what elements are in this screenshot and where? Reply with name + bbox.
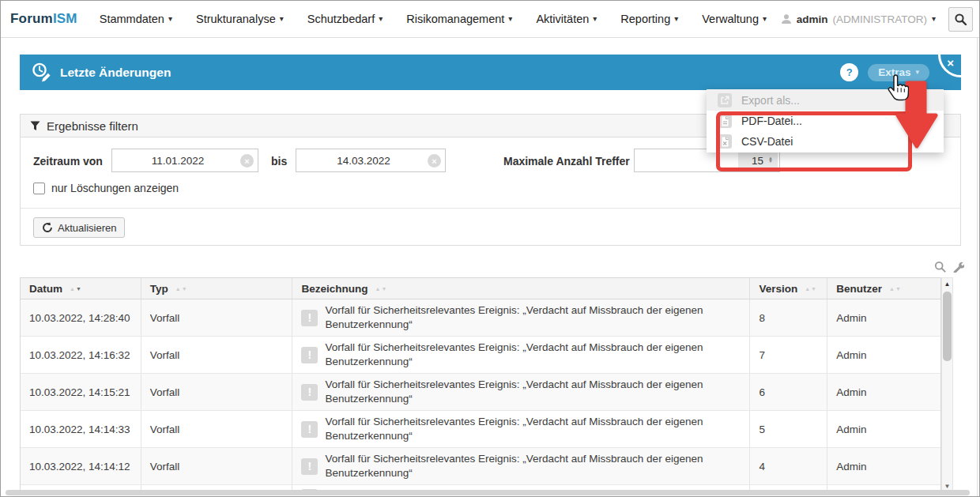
horizontal-scrollbar[interactable] (6, 490, 970, 495)
nav-menu-verwaltung[interactable]: Verwaltung▾ (702, 13, 767, 25)
sort-icons: ▲▼ (175, 286, 187, 292)
cell-version: 5 (750, 411, 827, 447)
help-button[interactable]: ? (840, 63, 858, 81)
table-row[interactable]: 10.03.2022, 14:16:32 Vorfall !Vorfall fü… (21, 337, 940, 374)
menu-item-pdf-datei[interactable]: PDF-Datei... (707, 111, 944, 131)
scrollbar-thumb[interactable] (943, 292, 952, 361)
table: Datum▲▼ Typ▲▼ Bezeichnung▲▼ Version▲▼ Be… (20, 277, 941, 492)
extras-dropdown-menu: Export als... PDF-Datei... CSV-Datei (707, 89, 944, 152)
sort-up-icon: ▲ (70, 286, 75, 292)
table-row[interactable]: 10.03.2022, 14:14:33 Vorfall !Vorfall fü… (21, 411, 940, 448)
main-nav: Stammdaten▾ Strukturanalyse▾ Schutzbedar… (100, 13, 767, 25)
cell-bezeichnung: !Vorfall für Sicherheitsrelevantes Ereig… (292, 411, 750, 447)
cell-datum: 10.03.2022, 14:15:21 (21, 374, 141, 410)
table-header-row: Datum▲▼ Typ▲▼ Bezeichnung▲▼ Version▲▼ Be… (21, 278, 940, 299)
cell-typ: Vorfall (141, 299, 293, 336)
nav-menu-reporting[interactable]: Reporting▾ (620, 13, 678, 25)
last-changes-icon (31, 62, 52, 83)
close-button[interactable]: × (947, 57, 954, 69)
cell-benutzer: Admin (827, 337, 940, 373)
sort-icons: ▲▼ (70, 286, 81, 292)
panel-header: Letzte Änderungen ? Extras▾ × (20, 55, 961, 90)
table-row[interactable]: 10.03.2022, 14:15:21 Vorfall !Vorfall fü… (21, 374, 940, 411)
spinner-down-icon[interactable]: ▼ (768, 160, 773, 164)
cell-typ: Vorfall (141, 448, 293, 484)
user-icon (781, 13, 792, 24)
column-header-benutzer[interactable]: Benutzer▲▼ (827, 278, 940, 299)
clear-icon: × (244, 156, 249, 166)
cell-datum: 10.03.2022, 14:28:40 (21, 299, 141, 336)
chevron-down-icon: ▾ (379, 15, 383, 23)
nav-menu-stammdaten[interactable]: Stammdaten▾ (100, 13, 172, 25)
user-menu[interactable]: admin (ADMINISTRATOR) ▾ (781, 13, 936, 25)
panel-header-actions: ? Extras▾ (840, 63, 929, 81)
nav-menu-aktivitaeten[interactable]: Aktivitäten▾ (536, 13, 597, 25)
clear-date-from-button[interactable]: × (240, 154, 254, 168)
top-navbar: ForumISM Stammdaten▾ Strukturanalyse▾ Sc… (1, 1, 979, 38)
date-to-label: bis (271, 155, 287, 168)
sort-down-icon: ▼ (381, 286, 386, 292)
cell-bezeichnung: !Vorfall für Sicherheitsrelevantes Ereig… (292, 299, 750, 336)
csv-file-icon (718, 134, 732, 149)
chevron-down-icon: ▾ (168, 15, 172, 23)
app-logo[interactable]: ForumISM (10, 11, 77, 27)
cell-version: 7 (750, 337, 827, 373)
cell-datum: 10.03.2022, 14:16:32 (21, 337, 141, 373)
filter-icon (30, 121, 40, 131)
cell-version: 8 (750, 299, 827, 336)
chevron-down-icon: ▾ (674, 15, 678, 23)
chevron-down-icon: ▾ (593, 15, 597, 23)
table-settings-wrench-icon[interactable] (952, 261, 964, 273)
vertical-scrollbar[interactable]: ▲ ▼ (941, 277, 953, 492)
deletions-only-checkbox[interactable] (33, 183, 45, 194)
page-right-divider (977, 38, 978, 496)
deletions-only-checkbox-row: nur Löschungen anzeigen (33, 182, 179, 194)
search-button[interactable] (948, 7, 973, 32)
extras-button[interactable]: Extras▾ (868, 64, 929, 81)
column-header-bezeichnung[interactable]: Bezeichnung▲▼ (292, 278, 750, 299)
cell-benutzer: Admin (827, 374, 940, 410)
nav-menu-risikomanagement[interactable]: Risikomanagement▾ (406, 13, 512, 25)
cell-version: 6 (750, 374, 827, 410)
column-header-version[interactable]: Version▲▼ (750, 278, 827, 299)
max-results-label: Maximale Anzahl Treffer (503, 155, 630, 168)
navbar-right: admin (ADMINISTRATOR) ▾ (781, 7, 973, 32)
table-toolbar (934, 261, 964, 273)
clear-date-to-button[interactable]: × (428, 154, 441, 168)
table-row[interactable]: 10.03.2022, 14:14:12 Vorfall !Vorfall fü… (21, 448, 940, 485)
table-row[interactable]: 10.03.2022, 14:28:40 Vorfall !Vorfall fü… (21, 299, 940, 337)
cell-bezeichnung: !Vorfall für Sicherheitsrelevantes Ereig… (292, 374, 750, 410)
scroll-up-icon[interactable]: ▲ (942, 278, 952, 289)
cell-typ: Vorfall (141, 337, 293, 373)
cell-typ: Vorfall (141, 374, 293, 410)
nav-menu-schutzbedarf[interactable]: Schutzbedarf▾ (307, 13, 383, 25)
sort-down-icon: ▼ (76, 286, 81, 292)
cell-bezeichnung: !Vorfall für Sicherheitsrelevantes Ereig… (292, 337, 750, 373)
exclamation-icon: ! (301, 310, 318, 326)
exclamation-icon: ! (301, 347, 318, 363)
cell-benutzer: Admin (827, 448, 940, 484)
date-from-input[interactable] (111, 149, 258, 172)
exclamation-icon: ! (301, 421, 318, 438)
table-search-icon[interactable] (934, 261, 946, 273)
nav-menu-strukturanalyse[interactable]: Strukturanalyse▾ (196, 13, 284, 25)
menu-item-csv-datei[interactable]: CSV-Datei (707, 131, 944, 152)
export-icon (718, 93, 732, 107)
chevron-down-icon: ▾ (508, 15, 512, 23)
refresh-icon (42, 222, 53, 233)
menu-item-export-als: Export als... (707, 89, 944, 111)
column-header-typ[interactable]: Typ▲▼ (141, 278, 293, 299)
deletions-only-label: nur Löschungen anzeigen (51, 182, 179, 194)
results-table: Datum▲▼ Typ▲▼ Bezeichnung▲▼ Version▲▼ Be… (20, 277, 953, 492)
sort-up-icon: ▲ (889, 286, 895, 292)
column-header-datum[interactable]: Datum▲▼ (21, 278, 141, 299)
date-to-input[interactable] (296, 149, 446, 172)
cell-datum: 10.03.2022, 14:14:12 (21, 448, 141, 484)
sort-down-icon: ▼ (895, 286, 901, 292)
refresh-button[interactable]: Aktualisieren (33, 217, 125, 238)
pdf-file-icon (718, 114, 732, 128)
chevron-down-icon: ▾ (280, 15, 284, 23)
clear-icon: × (432, 156, 436, 166)
sort-down-icon: ▼ (182, 286, 187, 292)
page-title: Letzte Änderungen (60, 66, 171, 80)
